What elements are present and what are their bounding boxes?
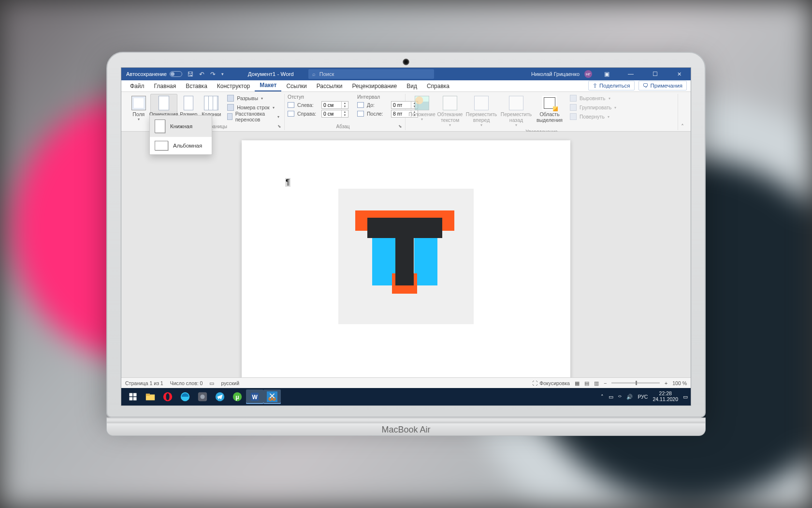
share-icon: ⇪	[593, 82, 597, 89]
taskbar-telegram[interactable]	[211, 389, 229, 404]
status-page[interactable]: Страница 1 из 1	[125, 380, 163, 386]
spacing-after-icon	[357, 111, 364, 117]
page[interactable]: ¶	[242, 140, 570, 377]
svg-point-10	[200, 394, 204, 399]
tab-review[interactable]: Рецензирование	[348, 81, 402, 91]
title-bar: Автосохранение 🖫 ↶ ↷ ▾ Документ1 - Word …	[121, 68, 691, 80]
margins-button[interactable]: Поля▾	[128, 94, 149, 124]
wrap-text-button[interactable]: Обтекание текстом▾	[436, 94, 464, 129]
start-button[interactable]	[124, 389, 142, 404]
opera-icon	[162, 391, 173, 402]
align-button[interactable]: Выровнять▾	[568, 94, 618, 103]
redo-icon[interactable]: ↷	[210, 71, 216, 78]
tab-file[interactable]: Файл	[125, 81, 149, 91]
tab-view[interactable]: Вид	[402, 81, 422, 91]
dialog-launcher-icon[interactable]: ⬊	[398, 124, 402, 129]
comments-button[interactable]: 🗨Примечания	[638, 81, 687, 90]
taskbar-opera[interactable]	[159, 389, 176, 404]
tab-layout[interactable]: Макет	[255, 80, 281, 91]
indent-left-input[interactable]: ▲▼	[321, 101, 348, 109]
indent-left-icon	[288, 102, 294, 108]
tab-references[interactable]: Ссылки	[281, 81, 311, 91]
portrait-page-icon	[155, 120, 165, 133]
proofing-icon[interactable]: ▭	[209, 380, 214, 386]
zoom-slider[interactable]	[611, 382, 660, 384]
zoom-in-icon[interactable]: +	[665, 380, 667, 386]
telegram-icon	[215, 391, 225, 402]
orientation-option-portrait[interactable]: Книжная	[150, 116, 212, 137]
view-print-layout-icon[interactable]: ▦	[575, 380, 580, 386]
logo-shape	[395, 218, 414, 285]
view-web-layout-icon[interactable]: ▥	[594, 380, 599, 386]
tab-mailings[interactable]: Рассылки	[312, 81, 348, 91]
search-box[interactable]: ⌕ Поиск	[308, 69, 434, 79]
view-read-mode-icon[interactable]: ▤	[584, 380, 589, 386]
user-name[interactable]: Николай Грицаенко	[531, 71, 580, 77]
notifications-icon[interactable]: ▭	[683, 394, 688, 400]
qat-more-icon[interactable]: ▾	[221, 72, 224, 76]
status-language[interactable]: русский	[221, 380, 239, 386]
rotate-icon	[570, 113, 577, 120]
selection-pane-button[interactable]: Область выделения	[534, 94, 565, 129]
svg-rect-2	[130, 397, 133, 401]
svg-rect-0	[130, 393, 133, 397]
breaks-icon	[227, 95, 234, 102]
close-icon[interactable]: ✕	[669, 71, 689, 77]
word-icon: W	[249, 391, 260, 402]
autosave-toggle[interactable]	[170, 71, 182, 77]
rotate-button[interactable]: Повернуть▾	[568, 112, 618, 121]
taskbar-snip[interactable]	[263, 389, 281, 404]
status-bar: Страница 1 из 1 Число слов: 0 ▭ русский …	[121, 377, 691, 388]
svg-rect-3	[133, 397, 137, 401]
orientation-icon	[159, 96, 169, 110]
wifi-icon[interactable]: ⌔	[618, 394, 622, 400]
taskbar-word[interactable]: W	[246, 389, 263, 404]
position-button[interactable]: Положение▾	[408, 94, 435, 129]
tab-design[interactable]: Конструктор	[212, 81, 255, 91]
pilcrow-icon: ¶	[285, 178, 290, 187]
folder-icon	[145, 391, 156, 402]
battery-icon[interactable]: ▭	[609, 394, 613, 400]
input-language[interactable]: РУС	[638, 394, 648, 400]
user-avatar-icon[interactable]: НГ	[584, 70, 592, 78]
maximize-icon[interactable]: ☐	[645, 71, 665, 77]
taskbar-utorrent[interactable]: µ	[229, 389, 246, 404]
bring-forward-button[interactable]: Переместить вперед▾	[464, 94, 498, 129]
volume-icon[interactable]: 🔊	[626, 394, 633, 400]
embedded-image[interactable]	[338, 189, 474, 324]
breaks-button[interactable]: Разрывы▾	[225, 94, 281, 103]
hyphenation-button[interactable]: Расстановка переносов▾	[225, 112, 281, 121]
scissors-icon	[267, 391, 277, 402]
document-area[interactable]: ¶	[121, 132, 691, 377]
svg-rect-1	[133, 393, 137, 397]
taskbar-edge[interactable]	[176, 389, 194, 404]
minimize-icon[interactable]: —	[621, 71, 640, 77]
collapse-ribbon-icon[interactable]: ˄	[678, 94, 687, 130]
tab-home[interactable]: Главная	[149, 81, 181, 91]
tray-overflow-icon[interactable]: ˄	[601, 394, 604, 400]
zoom-level[interactable]: 100 %	[672, 380, 687, 386]
taskbar-file-explorer[interactable]	[142, 389, 159, 404]
undo-icon[interactable]: ↶	[199, 71, 204, 78]
tab-insert[interactable]: Вставка	[181, 81, 212, 91]
tab-help[interactable]: Справка	[422, 81, 454, 91]
ribbon-display-options-icon[interactable]: ▣	[597, 71, 616, 77]
dialog-launcher-icon[interactable]: ⬊	[277, 124, 281, 129]
send-backward-button[interactable]: Переместить назад▾	[499, 94, 533, 129]
group-icon	[570, 104, 577, 111]
share-button[interactable]: ⇪Поделиться	[588, 81, 635, 90]
page-size-icon	[184, 96, 193, 110]
save-icon[interactable]: 🖫	[187, 71, 193, 78]
zoom-out-icon[interactable]: −	[604, 380, 607, 386]
orientation-option-landscape[interactable]: Альбомная	[150, 137, 212, 154]
clock[interactable]: 22:28 24.11.2020	[652, 391, 678, 402]
line-numbers-icon	[227, 104, 234, 111]
taskbar-nox[interactable]	[194, 389, 211, 404]
group-button[interactable]: Группировать▾	[568, 103, 618, 112]
svg-point-7	[166, 393, 169, 401]
indent-right-input[interactable]: ▲▼	[321, 110, 348, 118]
screen: Автосохранение 🖫 ↶ ↷ ▾ Документ1 - Word …	[121, 67, 691, 406]
focus-mode-button[interactable]: ⛶ Фокусировка	[533, 380, 570, 386]
svg-rect-16	[267, 391, 277, 402]
status-words[interactable]: Число слов: 0	[170, 380, 203, 386]
